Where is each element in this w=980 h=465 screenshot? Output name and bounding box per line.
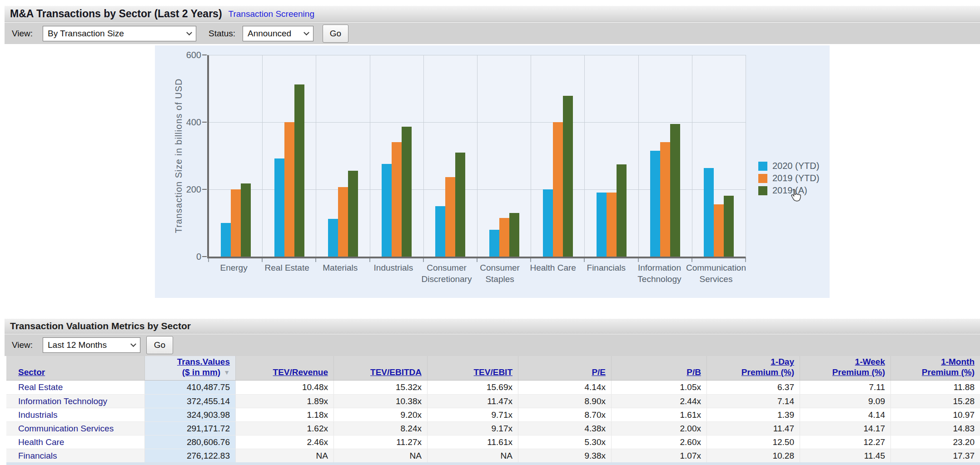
- column-header-p-e[interactable]: P/E: [518, 356, 611, 380]
- cell: NA: [333, 449, 427, 462]
- bar-2019-a-[interactable]: [670, 124, 680, 257]
- bar-2020-ytd-[interactable]: [597, 193, 607, 257]
- sector-link[interactable]: Financials: [18, 451, 57, 461]
- bar-2019-ytd-[interactable]: [607, 193, 617, 257]
- column-header-label[interactable]: Sector: [18, 367, 45, 377]
- column-header-label[interactable]: TEV/EBIT: [473, 367, 512, 377]
- chart-go-button[interactable]: Go: [323, 25, 348, 43]
- legend-item[interactable]: 2019 (YTD): [758, 172, 819, 184]
- metrics-go-button[interactable]: Go: [146, 336, 173, 354]
- bar-2019-ytd-[interactable]: [338, 187, 348, 257]
- legend-swatch-icon: [758, 162, 767, 171]
- cell: 8.90x: [518, 395, 611, 408]
- column-header-label[interactable]: P/B: [686, 367, 701, 377]
- cell: 15.69x: [427, 381, 518, 394]
- bar-2019-a-[interactable]: [294, 84, 304, 257]
- cell: 17.37: [890, 449, 980, 462]
- column-header-sector[interactable]: Sector: [6, 356, 144, 380]
- column-header-tev-ebit[interactable]: TEV/EBIT: [427, 356, 518, 380]
- column-header-label[interactable]: Premium (%): [832, 367, 885, 377]
- cell: 10.28: [706, 449, 800, 462]
- sector-link[interactable]: Health Care: [18, 437, 64, 447]
- category-group: [316, 55, 370, 257]
- column-header-label[interactable]: 1-Day: [771, 356, 794, 367]
- x-tick-mark: [369, 258, 370, 262]
- bar-2019-ytd-[interactable]: [499, 218, 509, 257]
- sector-link[interactable]: Real Estate: [18, 382, 63, 392]
- sort-desc-icon[interactable]: ▼: [224, 369, 230, 376]
- chevron-down-icon: [130, 341, 136, 347]
- sector-link[interactable]: Industrials: [18, 410, 58, 420]
- status-select-value: Announced: [248, 29, 301, 39]
- bar-2019-ytd-[interactable]: [284, 122, 294, 257]
- category-group: [585, 55, 638, 257]
- sector-cell: Real Estate: [6, 381, 144, 394]
- x-tick-mark: [691, 258, 692, 262]
- legend-swatch-icon: [758, 186, 767, 195]
- bar-2020-ytd-[interactable]: [221, 223, 231, 257]
- column-header-trans-values-in-mm-[interactable]: Trans.Values($ in mm)▼: [144, 356, 235, 380]
- bar-2019-a-[interactable]: [509, 213, 519, 257]
- bar-2020-ytd-[interactable]: [704, 168, 714, 257]
- bar-2019-a-[interactable]: [724, 196, 734, 257]
- column-header-1-month-premium-[interactable]: 1-MonthPremium (%): [890, 356, 980, 380]
- y-tick-label: 0: [174, 251, 201, 262]
- category-group: [424, 55, 478, 257]
- cell: 5.30x: [518, 435, 611, 449]
- bar-2019-ytd-[interactable]: [714, 204, 724, 257]
- bar-2020-ytd-[interactable]: [274, 158, 284, 257]
- category-group: [478, 55, 531, 257]
- column-header-label[interactable]: 1-Week: [855, 356, 885, 367]
- bar-2020-ytd-[interactable]: [489, 230, 499, 257]
- bar-2020-ytd-[interactable]: [650, 151, 660, 257]
- legend-item[interactable]: 2020 (YTD): [758, 160, 819, 172]
- table-row: Communication Services291,171.721.62x8.2…: [6, 421, 980, 435]
- status-select[interactable]: Announced: [243, 26, 313, 41]
- bar-2019-ytd-[interactable]: [392, 142, 402, 257]
- x-tick-mark: [315, 258, 316, 262]
- y-tick-mark: [202, 189, 207, 190]
- cell: 276,122.83: [144, 449, 235, 462]
- y-tick-label: 200: [174, 183, 201, 195]
- bar-2019-a-[interactable]: [617, 164, 627, 257]
- view-select[interactable]: By Transaction Size: [43, 26, 196, 41]
- bar-2019-a-[interactable]: [241, 183, 251, 257]
- bar-2020-ytd-[interactable]: [328, 219, 338, 257]
- bar-2019-ytd-[interactable]: [231, 189, 241, 257]
- cell: 1.89x: [235, 395, 333, 408]
- column-header-1-day-premium-[interactable]: 1-DayPremium (%): [706, 356, 800, 380]
- x-tick-mark: [262, 258, 263, 262]
- y-tick-label: 400: [174, 116, 201, 128]
- column-header-label[interactable]: TEV/EBITDA: [370, 367, 422, 377]
- chart-section-header: M&A Transactions by Sector (Last 2 Years…: [5, 6, 980, 22]
- bar-2019-ytd-[interactable]: [445, 177, 455, 257]
- column-header-label[interactable]: Trans.Values: [177, 356, 230, 367]
- column-header-label[interactable]: Premium (%): [922, 367, 975, 377]
- bar-2019-a-[interactable]: [348, 171, 358, 257]
- bar-2020-ytd-[interactable]: [435, 206, 445, 257]
- column-header-tev-revenue[interactable]: TEV/Revenue: [235, 356, 333, 380]
- bar-2020-ytd-[interactable]: [382, 164, 392, 257]
- transaction-screening-link[interactable]: Transaction Screening: [229, 9, 314, 19]
- column-header-1-week-premium-[interactable]: 1-WeekPremium (%): [800, 356, 890, 380]
- column-header-label[interactable]: P/E: [592, 367, 606, 377]
- column-header-label[interactable]: 1-Month: [941, 356, 975, 367]
- sector-link[interactable]: Communication Services: [18, 424, 114, 434]
- bar-2019-ytd-[interactable]: [660, 142, 670, 257]
- column-header-label[interactable]: TEV/Revenue: [273, 367, 328, 377]
- column-header-tev-ebitda[interactable]: TEV/EBITDA: [333, 356, 427, 380]
- bar-2019-a-[interactable]: [455, 153, 465, 257]
- y-tick-mark: [202, 54, 207, 55]
- column-header-p-b[interactable]: P/B: [611, 356, 706, 380]
- bar-2020-ytd-[interactable]: [543, 189, 553, 257]
- bar-2019-a-[interactable]: [402, 127, 412, 257]
- sector-link[interactable]: Information Technology: [18, 396, 107, 406]
- x-tick-mark: [584, 258, 585, 262]
- bar-2019-ytd-[interactable]: [553, 122, 563, 257]
- bar-2019-a-[interactable]: [563, 96, 573, 257]
- column-header-label[interactable]: ($ in mm): [182, 367, 220, 377]
- column-header-label[interactable]: Premium (%): [741, 367, 794, 377]
- metrics-view-select[interactable]: Last 12 Months: [43, 337, 140, 353]
- cell: 23.20: [890, 435, 980, 449]
- plot-area: [207, 55, 746, 258]
